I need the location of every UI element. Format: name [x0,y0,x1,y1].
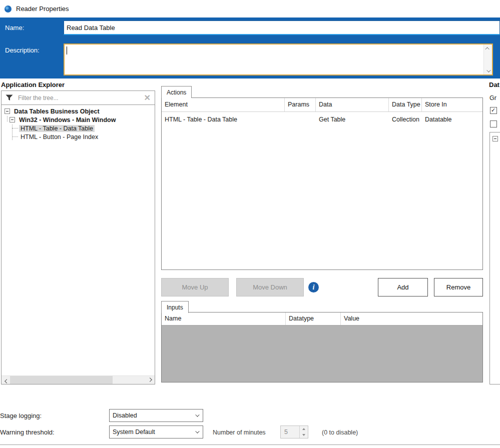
column-header-value[interactable]: Value [341,312,482,325]
scrollbar-thumb[interactable] [10,376,113,384]
application-tree: Data Tables Business Object Win32 - Wind… [1,104,155,384]
cell-params [285,112,316,127]
tree-item-label: HTML - Button - Page Index [19,134,100,140]
column-header-element[interactable]: Element [162,98,285,112]
move-down-button[interactable]: Move Down [236,278,304,296]
tree-item-label: Data Tables Business Object [13,108,101,115]
cell-data-type: Collection [389,112,422,127]
tree-connector [7,116,8,122]
stage-logging-label: Stage logging: [0,412,42,420]
scroll-left-button[interactable] [2,376,10,384]
app-icon [4,5,12,13]
tree-connector [12,128,18,128]
tree-connector [12,124,13,140]
tree-item-page-index[interactable]: HTML - Button - Page Index [2,132,155,141]
header-band: Name: Description: [0,18,500,78]
scroll-up-button[interactable] [484,44,492,52]
inputs-table: Name Datatype Value [161,312,483,382]
description-scrollbar[interactable] [483,44,492,74]
filter-icon [6,94,13,101]
column-header-data-type[interactable]: Data Type [389,98,422,112]
tree-item-data-table[interactable]: HTML - Table - Data Table [2,124,155,132]
right-panel-group-label: Gr [489,94,496,102]
column-header-data[interactable]: Data [316,98,389,112]
cell-data: Get Table [316,112,389,127]
collapse-icon[interactable] [10,117,15,122]
footer-divider [0,444,500,445]
chevron-down-icon [195,429,199,433]
info-icon[interactable] [308,282,319,292]
checkbox-unchecked[interactable] [490,120,497,128]
minutes-stepper[interactable]: 5 [280,426,308,438]
tab-actions[interactable]: Actions [161,86,192,98]
tree-item-label: Win32 - Windows - Main Window [18,116,117,124]
number-of-minutes-label: Number of minutes [213,429,266,436]
add-button[interactable]: Add [378,278,428,296]
chevron-down-icon [195,412,199,416]
tree-filter: ✕ [1,90,155,105]
stage-logging-value: Disabled [113,412,137,419]
description-input[interactable] [64,44,493,76]
stage-logging-dropdown[interactable]: Disabled [109,409,203,422]
clear-filter-icon[interactable]: ✕ [144,94,151,102]
stepper-down-button[interactable] [300,432,308,438]
warning-threshold-dropdown[interactable]: System Default [109,426,203,438]
column-header-name[interactable]: Name [162,312,286,325]
column-header-params[interactable]: Params [285,98,316,112]
tree-item-label: HTML - Table - Data Table [19,125,95,132]
warning-threshold-value: System Default [113,428,155,436]
tree-item-business-object[interactable]: Data Tables Business Object [2,107,155,116]
cell-element: HTML - Table - Data Table [162,112,285,127]
column-header-datatype[interactable]: Datatype [286,312,341,325]
move-up-button[interactable]: Move Up [161,278,229,296]
tree-horizontal-scrollbar[interactable] [2,376,155,384]
scroll-down-button[interactable] [484,67,492,74]
tab-inputs[interactable]: Inputs [161,301,189,313]
inputs-table-header: Name Datatype Value [162,312,482,326]
actions-table: Element Params Data Data Type Store In H… [161,98,483,270]
window-title: Reader Properties [16,5,69,12]
checkbox-checked[interactable] [490,107,497,114]
disable-hint-label: (0 to disable) [322,429,358,436]
column-header-store-in[interactable]: Store In [422,98,482,112]
collapse-icon[interactable] [492,136,498,142]
minutes-value: 5 [281,426,299,438]
cell-store-in: Datatable [422,112,482,127]
actions-table-header: Element Params Data Data Type Store In [162,98,482,112]
collapse-icon[interactable] [5,108,10,114]
stepper-buttons [299,426,308,438]
description-label: Description: [5,46,40,54]
titlebar: Reader Properties [0,0,500,18]
tree-item-main-window[interactable]: Win32 - Windows - Main Window [2,116,155,124]
warning-threshold-label: Warning threshold: [0,428,55,436]
table-row[interactable]: HTML - Table - Data Table Get Table Coll… [162,112,482,127]
inputs-table-empty-area [162,326,482,382]
text-caret [67,46,67,54]
right-panel-tree [489,132,500,384]
stepper-up-button[interactable] [300,426,308,432]
application-explorer-title: Application Explorer [1,81,65,88]
tree-connector [12,136,18,137]
right-panel-title: Dat [489,81,499,88]
reader-properties-window: Reader Properties Name: Description: App… [0,0,500,448]
name-label: Name: [5,24,24,32]
name-input[interactable] [64,20,500,35]
remove-button[interactable]: Remove [434,278,483,296]
filter-input[interactable] [17,94,140,102]
scroll-right-button[interactable] [146,376,155,384]
